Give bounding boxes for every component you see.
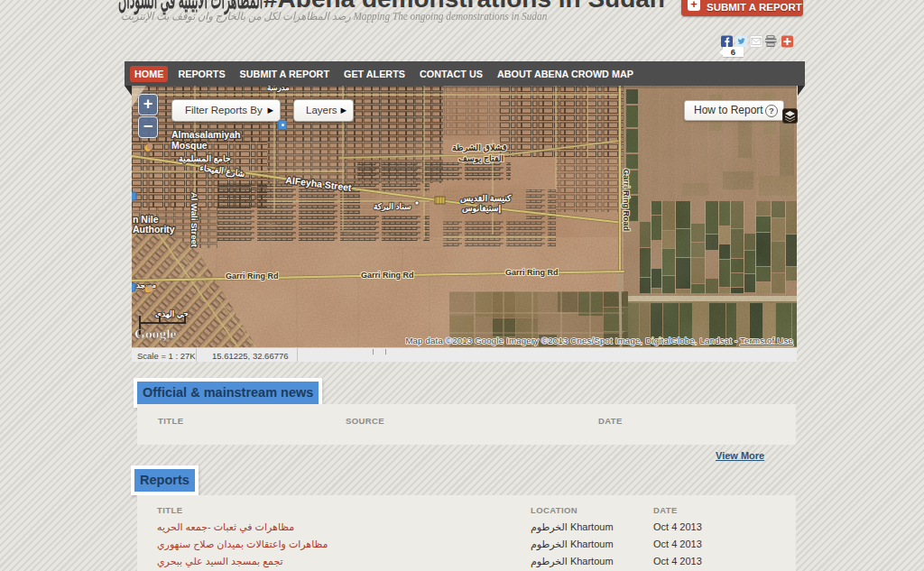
svg-text:Garri Ring Rd: Garri Ring Rd bbox=[361, 271, 414, 280]
svg-text:Google: Google bbox=[134, 326, 177, 341]
svg-text:Almasalamiyah: Almasalamiyah bbox=[171, 129, 240, 140]
svg-text:قشلاق الشرطة: قشلاق الشرطة bbox=[452, 143, 507, 153]
svg-text:Mosque: Mosque bbox=[171, 140, 208, 151]
svg-text:Garri Ring Road: Garri Ring Road bbox=[622, 169, 631, 231]
svg-text:Garri Ring Rd: Garri Ring Rd bbox=[505, 268, 559, 277]
svg-text:إستيفانوس: إستيفانوس bbox=[462, 203, 502, 214]
svg-text:Garri Ring Rd: Garri Ring Rd bbox=[226, 272, 279, 281]
svg-text:Authority: Authority bbox=[133, 224, 175, 235]
svg-text:Al Wali Street: Al Wali Street bbox=[189, 192, 199, 248]
svg-text:سناد البركة: سناد البركة bbox=[374, 202, 411, 212]
svg-text:Map data ©2013 Google Imagery: Map data ©2013 Google Imagery ©2013 Cnes… bbox=[405, 336, 793, 345]
svg-text:الفتاح يوسف: الفتاح يوسف bbox=[458, 153, 504, 164]
